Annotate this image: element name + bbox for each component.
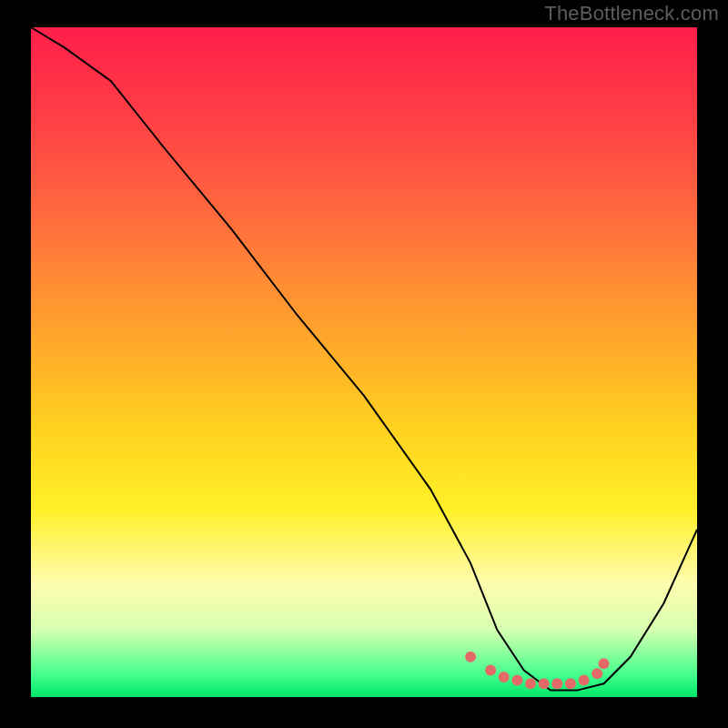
marker-point — [499, 672, 510, 682]
marker-point — [551, 678, 562, 689]
marker-point — [565, 678, 576, 689]
marker-point — [539, 678, 550, 689]
plot-area — [31, 27, 697, 697]
marker-point — [525, 678, 536, 689]
chart-root: TheBottleneck.com — [0, 0, 728, 728]
marker-group — [465, 652, 609, 690]
chart-svg — [31, 27, 697, 697]
marker-point — [465, 652, 476, 662]
marker-point — [579, 675, 590, 686]
series-curve — [31, 27, 697, 691]
watermark-text: TheBottleneck.com — [544, 2, 719, 25]
marker-point — [592, 668, 602, 679]
marker-point — [599, 658, 610, 669]
marker-point — [511, 675, 522, 686]
marker-point — [485, 665, 496, 676]
